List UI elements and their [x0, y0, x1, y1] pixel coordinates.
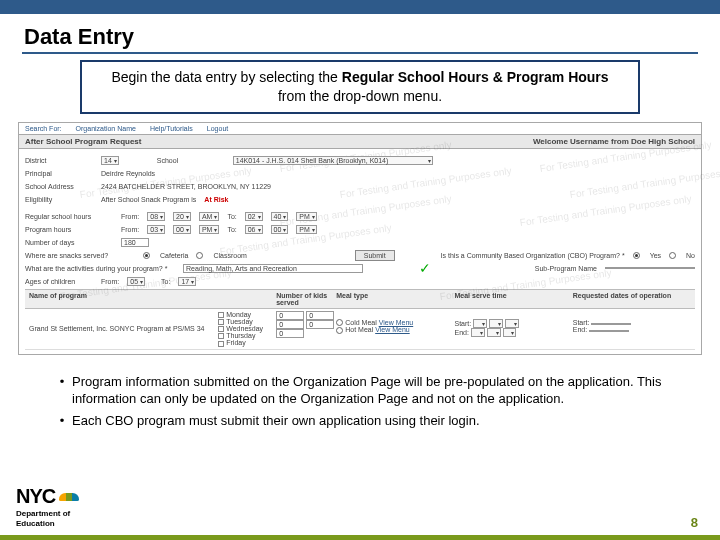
ages-to[interactable]: 17	[178, 277, 196, 286]
app-header-right: Welcome Username from Doe High School	[533, 137, 695, 146]
dates-cell: Start: End:	[573, 311, 691, 347]
ages-from[interactable]: 05	[127, 277, 145, 286]
view-menu-link-1[interactable]: View Menu	[379, 319, 414, 326]
kids-served-cell: 0 0 0 0 0	[276, 311, 336, 347]
rsh-to-ap[interactable]: PM	[296, 212, 317, 221]
kids-fri[interactable]: 0	[276, 329, 304, 338]
kids-tue[interactable]: 0	[306, 311, 334, 320]
meal-end-ap[interactable]	[503, 328, 517, 337]
activities-label: What are the activities during your prog…	[25, 265, 175, 272]
col-time: Meal serve time	[454, 292, 572, 306]
callout-bold: Regular School Hours & Program Hours	[342, 69, 609, 85]
date-end[interactable]	[589, 330, 629, 332]
leaf-icon	[59, 493, 79, 501]
ph-to-hh[interactable]: 06	[245, 225, 263, 234]
kids-wed[interactable]: 0	[276, 320, 304, 329]
yes-label: Yes	[650, 252, 661, 259]
meal-start-ap[interactable]	[505, 319, 519, 328]
meal-time-cell: Start: End:	[454, 311, 572, 347]
app-nav: Search For: Organization Name Help/Tutor…	[19, 123, 701, 135]
nav-logout[interactable]: Logout	[207, 125, 228, 132]
cafeteria-label: Cafeteria	[160, 252, 188, 259]
days-input[interactable]: 180	[121, 238, 149, 247]
to-label-2: To:	[227, 226, 236, 233]
where-served-label: Where are snacks served?	[25, 252, 135, 259]
slide-title: Data Entry	[0, 14, 720, 52]
from-label: From:	[121, 213, 139, 220]
address-value: 2424 BATCHELDER STREET, BROOKLYN, NY 112…	[101, 183, 271, 190]
hot-meal-radio[interactable]	[336, 327, 343, 334]
from-label-2: From:	[121, 226, 139, 233]
nav-org[interactable]: Organization Name	[76, 125, 136, 132]
footer-accent-line	[0, 535, 720, 540]
rsh-to-hh[interactable]: 02	[245, 212, 263, 221]
eligibility-label: Eligibility	[25, 196, 93, 203]
regular-hours-label: Regular school hours	[25, 213, 113, 220]
title-underline	[22, 52, 698, 54]
table-row: Grand St Settlement, Inc. SONYC Program …	[25, 309, 695, 350]
checkmark-icon: ✓	[419, 260, 431, 276]
footer	[0, 533, 720, 540]
rsh-to-mm[interactable]: 40	[271, 212, 289, 221]
nyc-text: NYC	[16, 485, 55, 508]
callout-text-post: from the drop-down menu.	[278, 88, 442, 104]
ph-to-mm[interactable]: 00	[271, 225, 289, 234]
school-select[interactable]: 14K014 - J.H.S. 014 Shell Bank (Brooklyn…	[233, 156, 433, 165]
cbo-no-radio[interactable]	[669, 252, 676, 259]
application-screenshot: Search For: Organization Name Help/Tutor…	[18, 122, 702, 355]
program-hours-label: Program hours	[25, 226, 113, 233]
subprogram-input[interactable]	[605, 267, 695, 269]
ph-from-ap[interactable]: PM	[199, 225, 220, 234]
no-label: No	[686, 252, 695, 259]
school-label: School	[157, 157, 225, 164]
meal-end-hh[interactable]	[471, 328, 485, 337]
instruction-callout: Begin the data entry by selecting the Re…	[80, 60, 640, 114]
table-header: Name of program Number of kids served Me…	[25, 289, 695, 309]
district-select[interactable]: 14	[101, 156, 119, 165]
col-kids: Number of kids served	[276, 292, 336, 306]
bullet-marker: •	[52, 373, 72, 408]
app-header-left: After School Program Request	[25, 137, 141, 146]
kids-thu[interactable]: 0	[306, 320, 334, 329]
date-start[interactable]	[591, 323, 631, 325]
submit-button[interactable]: Submit	[355, 250, 395, 261]
address-label: School Address	[25, 183, 93, 190]
meal-start-mm[interactable]	[489, 319, 503, 328]
meal-start-hh[interactable]	[473, 319, 487, 328]
subprogram-label: Sub-Program Name	[535, 265, 597, 272]
cafeteria-radio[interactable]	[143, 252, 150, 259]
days-label: Number of days	[25, 239, 113, 246]
nyc-doe-logo: NYC Department of Education	[16, 485, 79, 528]
top-accent-bar	[0, 0, 720, 14]
at-risk-badge: At Risk	[204, 196, 228, 203]
days-checkboxes: Monday Tuesday Wednesday Thursday Friday	[218, 311, 276, 347]
view-menu-link-2[interactable]: View Menu	[375, 326, 410, 333]
rsh-from-ap[interactable]: AM	[199, 212, 220, 221]
cold-meal-radio[interactable]	[336, 319, 343, 326]
cbo-question: Is this a Community Based Organization (…	[441, 252, 625, 259]
rsh-from-mm[interactable]: 20	[173, 212, 191, 221]
bullet-2: Each CBO program must submit their own a…	[72, 412, 480, 430]
kids-mon[interactable]: 0	[276, 311, 304, 320]
app-body: For Testing and Training Purposes only F…	[19, 149, 701, 354]
nav-help[interactable]: Help/Tutorials	[150, 125, 193, 132]
ph-from-hh[interactable]: 03	[147, 225, 165, 234]
meal-end-mm[interactable]	[487, 328, 501, 337]
principal-value: Deirdre Reynolds	[101, 170, 155, 177]
ph-to-ap[interactable]: PM	[296, 225, 317, 234]
district-label: District	[25, 157, 93, 164]
dept-line-2: Education	[16, 520, 79, 528]
fri-checkbox[interactable]	[218, 341, 224, 347]
ages-label: Ages of children	[25, 278, 93, 285]
ph-from-mm[interactable]: 00	[173, 225, 191, 234]
activities-input[interactable]: Reading, Math, Arts and Recreation	[183, 264, 363, 273]
bullet-list: •Program information submitted on the Or…	[52, 373, 668, 430]
to-label: To:	[227, 213, 236, 220]
nav-search[interactable]: Search For:	[25, 125, 62, 132]
cbo-yes-radio[interactable]	[633, 252, 640, 259]
callout-text-pre: Begin the data entry by selecting the	[111, 69, 341, 85]
page-number: 8	[691, 515, 698, 530]
classroom-radio[interactable]	[196, 252, 203, 259]
rsh-from-hh[interactable]: 08	[147, 212, 165, 221]
classroom-label: Classroom	[213, 252, 246, 259]
